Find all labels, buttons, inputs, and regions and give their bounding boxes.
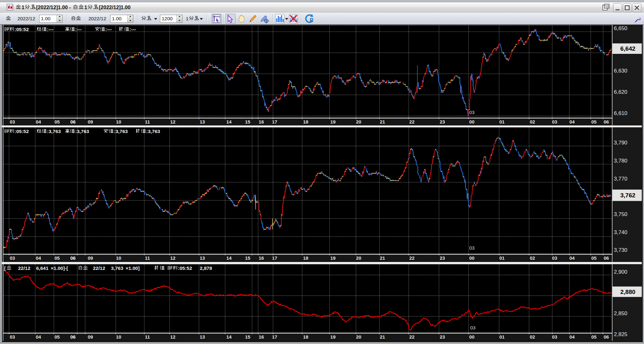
svg-text:10: 10 [116,334,121,340]
svg-text:2022/12: 2022/12 [17,16,35,21]
svg-text:1: 1 [186,16,189,21]
svg-text::---: :--- [105,27,112,32]
svg-text:06: 06 [604,119,609,124]
svg-text:12: 12 [170,255,176,261]
svg-text:14: 14 [226,255,232,261]
svg-text:00: 00 [469,119,475,124]
svg-text:03: 03 [10,255,15,261]
svg-text::05:52: :05:52 [178,265,192,271]
svg-text:R: R [310,17,314,23]
svg-text:21: 21 [380,334,385,340]
svg-text:19: 19 [330,334,336,340]
svg-text:21: 21 [380,119,385,124]
svg-text:06: 06 [70,255,76,261]
svg-text:6,641: 6,641 [36,265,49,271]
svg-text:05: 05 [55,334,60,340]
svg-text:×1.00]: ×1.00] [126,265,140,271]
svg-text::---: :--- [129,27,136,32]
svg-text:2,850: 2,850 [614,310,628,316]
svg-text:20: 20 [356,119,361,124]
svg-text:13: 13 [200,119,205,124]
svg-text:18: 18 [303,255,309,261]
svg-text:00: 00 [469,255,475,261]
svg-text:1: 1 [22,5,24,10]
svg-text:1200: 1200 [162,16,173,21]
svg-text:09: 09 [88,119,93,124]
svg-text:13: 13 [200,255,205,261]
svg-text:17: 17 [272,334,277,340]
svg-text:21: 21 [380,255,385,261]
svg-text:04: 04 [36,334,41,340]
svg-text:3,750: 3,750 [614,211,628,217]
svg-text:22/12: 22/12 [18,265,30,271]
svg-text:15: 15 [245,334,250,340]
svg-text:04: 04 [36,119,41,124]
svg-text:04: 04 [569,334,575,340]
svg-text:2,878: 2,878 [200,265,212,271]
svg-text:01: 01 [499,119,505,124]
svg-text:03: 03 [552,334,557,340]
svg-text:03: 03 [469,245,475,251]
svg-text:04: 04 [569,255,575,261]
svg-text:05: 05 [55,255,60,261]
svg-text:04: 04 [569,119,575,124]
svg-text:23: 23 [440,334,445,340]
svg-text:1.00: 1.00 [41,16,51,21]
svg-text:18: 18 [303,119,309,124]
svg-text:12: 12 [170,119,176,124]
svg-text::---: :--- [47,27,54,32]
svg-text:3,740: 3,740 [614,229,628,235]
svg-text:3,790: 3,790 [614,140,628,146]
svg-text:09: 09 [88,255,93,261]
svg-text:23: 23 [440,119,445,124]
svg-text:3,762: 3,762 [620,192,635,199]
svg-text::---: :--- [75,27,82,32]
svg-text:06: 06 [604,334,609,340]
svg-text:22: 22 [409,334,415,340]
svg-text:23: 23 [440,255,445,261]
svg-text:05: 05 [591,119,597,124]
svg-text:03: 03 [470,325,476,330]
svg-text:2022/12: 2022/12 [88,16,106,21]
svg-text:06: 06 [70,334,76,340]
svg-text:20: 20 [356,255,361,261]
svg-text:02: 02 [530,255,535,261]
svg-text:17: 17 [272,255,277,261]
svg-text:2,900: 2,900 [614,269,628,275]
svg-text::3,763: :3,763 [47,129,61,134]
svg-text:13: 13 [200,334,205,340]
svg-text:16: 16 [259,334,264,340]
svg-text:17: 17 [272,119,277,124]
svg-text:20: 20 [356,334,361,340]
svg-text:01: 01 [499,255,505,261]
svg-text:02: 02 [530,334,535,340]
svg-text:×1.00]-[: ×1.00]-[ [51,265,68,271]
svg-text:18: 18 [303,334,309,340]
svg-text:[2022/12]1.00 -: [2022/12]1.00 - [36,5,71,10]
svg-text:15: 15 [245,119,250,124]
svg-text:05: 05 [55,119,60,124]
svg-text:14: 14 [226,334,232,340]
svg-text:03: 03 [552,255,557,261]
svg-text:2,880: 2,880 [620,289,635,295]
svg-text:6,610: 6,610 [614,110,628,116]
svg-text:2,825: 2,825 [614,331,628,337]
svg-text:6,620: 6,620 [614,89,628,95]
svg-text:06: 06 [604,255,609,261]
svg-text::05:52: :05:52 [15,129,29,134]
svg-text:14: 14 [226,119,232,124]
svg-text:16: 16 [259,255,264,261]
svg-text:11: 11 [145,119,150,124]
svg-text:01: 01 [499,334,505,340]
svg-text:[2022/12]1.00: [2022/12]1.00 [99,5,131,10]
svg-text:03: 03 [552,119,557,124]
svg-text::05:52: :05:52 [15,27,29,32]
svg-text:04: 04 [36,255,41,261]
svg-text:02: 02 [530,119,535,124]
svg-text:1.00: 1.00 [112,16,122,21]
svg-text:03: 03 [469,110,475,115]
svg-text:12: 12 [170,334,176,340]
svg-text:3,770: 3,770 [614,176,628,182]
svg-text:6,630: 6,630 [614,68,628,74]
svg-text:11: 11 [145,334,150,340]
